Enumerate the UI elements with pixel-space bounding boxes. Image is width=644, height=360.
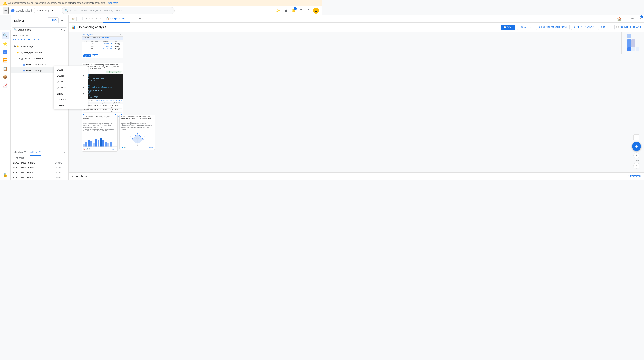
context-menu-query[interactable]: Query — [54, 79, 88, 85]
brand-name: Google Cloud — [16, 9, 32, 12]
svg-rect-10 — [102, 140, 104, 147]
svg-rect-3 — [85, 142, 87, 147]
google-cloud-logo: Google Cloud — [11, 9, 32, 13]
svg-rect-9 — [100, 138, 102, 147]
activity-item: Saved - Mike Romano 1:08 PM ⋮ — [10, 160, 68, 165]
more-button[interactable]: ⋮ — [62, 44, 67, 49]
search-all-projects-link[interactable]: SEARCH ALL PROJECTS — [10, 38, 68, 43]
bar-chart-svg — [82, 132, 118, 147]
user-avatar[interactable]: 1 — [313, 8, 319, 14]
svg-rect-6 — [93, 143, 94, 147]
rail-bigquery[interactable]: BQ — [2, 48, 9, 56]
tab-summary[interactable]: SUMMARY — [14, 149, 26, 156]
rail-search[interactable]: 🔍 — [2, 32, 9, 39]
policy-banner: ⚠️ A potential violation of our Acceptab… — [0, 0, 322, 6]
context-menu-open-in[interactable]: Open in ▶ — [54, 73, 88, 79]
star-button[interactable]: ☆ — [58, 56, 62, 61]
activity-item: Saved - Mike Romano 1:06 PM ⋮ — [10, 175, 68, 180]
canvas-card-street-trees: street_trees ✕ SCHEMA DETAILS PREVIEW tr… — [82, 33, 123, 58]
rail-monitoring[interactable]: 📈 — [2, 82, 9, 89]
activity-more-icon[interactable]: ⋮ — [64, 161, 66, 164]
tree-item-daui-storage[interactable]: ▶ ◆ daui-storage ☆ ⋮ — [10, 43, 68, 49]
rail-storage[interactable]: 📦 — [2, 73, 9, 81]
left-icon-rail: 🔍 ⭐ BQ 🔀 📋 📦 📈 🔒 — [0, 30, 10, 180]
chart-prompt: A bar chart of species at years, in a gr… — [82, 115, 118, 120]
cloud-shell-button[interactable]: 🖥 — [283, 8, 289, 14]
rail-security[interactable]: 🔒 — [2, 171, 9, 178]
more-button[interactable]: ⋮ — [62, 50, 67, 55]
global-search-bar[interactable]: 🔍 Search (/) for resources, docs, produc… — [62, 7, 175, 14]
expand-bottom-panel[interactable]: ▼ — [63, 151, 66, 154]
svg-text:avg_site_order: avg_site_order — [134, 131, 141, 132]
collapse-panel-button[interactable]: ⊢ — [59, 17, 66, 23]
query-completed-badge: ✓ Query completed — [82, 70, 123, 74]
rail-dataflow[interactable]: 🔀 — [2, 57, 9, 64]
svg-point-22 — [135, 143, 136, 143]
context-menu-copy-id[interactable]: Copy ID — [54, 97, 88, 102]
radar-actions: 📊 🔗 EDIT — [120, 146, 155, 150]
bottom-panel: SUMMARY ACTIVITY ▼ ▼ Recent Saved - Mike… — [10, 149, 68, 180]
star-button[interactable]: ☆ — [58, 44, 62, 49]
canvas-body[interactable]: street_trees ✕ SCHEMA DETAILS PREVIEW tr… — [68, 32, 322, 172]
tree-item-austin-bikeshare[interactable]: ▼ ▦ austin_bikeshare ☆ ⋮ — [10, 55, 68, 61]
tab-activity[interactable]: ACTIVITY — [30, 149, 41, 156]
activity-more-icon[interactable]: ⋮ — [64, 166, 66, 169]
chart-edit-btn[interactable]: EDIT — [111, 148, 116, 150]
context-menu-share[interactable]: Share ▶ — [54, 91, 88, 97]
canvas-card-bar-chart: A bar chart of species at years, in a gr… — [82, 115, 118, 151]
job-history-label: Job history — [75, 175, 87, 178]
star-button[interactable]: ★ — [58, 50, 62, 55]
card-subtabs: SCHEMA DETAILS PREVIEW — [82, 37, 123, 40]
tab-close-icon[interactable]: ✕ — [99, 17, 101, 20]
explorer-title: Explorer — [14, 19, 24, 22]
warning-icon: ⚠️ — [3, 1, 7, 5]
context-menu-query-in[interactable]: Query in ▶ — [54, 85, 88, 91]
project-selector[interactable]: daui-storage ▼ — [34, 8, 56, 13]
radar-edit-btn[interactable]: EDIT — [149, 147, 154, 149]
tree-label: bigquery-public-data — [20, 51, 58, 54]
activity-time: 1:07 PM — [55, 171, 62, 174]
query-results-table: Query results SAVE RESULTS ▼ EXPLORE DAT… — [82, 99, 123, 113]
explorer-search-input[interactable] — [18, 28, 60, 31]
svg-rect-13 — [110, 141, 112, 147]
context-menu-open[interactable]: Open — [54, 67, 88, 73]
context-menu-delete[interactable]: Delete — [54, 102, 88, 108]
join-card-btn[interactable]: JOIN — [92, 54, 98, 57]
query-card-btn[interactable]: QUERY — [84, 54, 91, 57]
activity-label: Saved - Mike Romano — [13, 176, 53, 179]
activity-more-icon[interactable]: ⋮ — [64, 171, 66, 174]
tab-close-icon[interactable]: ✕ — [126, 17, 128, 20]
tab-tree-analysis[interactable]: 📊 Tree anal...ata ✕ — [77, 15, 104, 23]
recent-section-header: ▼ Recent — [10, 156, 68, 160]
expand-job-history-icon[interactable]: ▲ — [72, 175, 74, 178]
tab-city-planning[interactable]: 📋 *City plan... sis ✕ — [104, 15, 130, 23]
add-tab-button[interactable]: + — [130, 16, 136, 22]
card-actions: QUERY JOIN — [82, 54, 123, 58]
radar-chart-svg: avg_site_order max_year min_year num_tre… — [120, 131, 155, 146]
more-options-button[interactable]: ⋮ — [306, 8, 312, 14]
rail-starred[interactable]: ⭐ — [2, 40, 9, 48]
gemini-button[interactable]: ✨ — [275, 8, 281, 14]
help-button[interactable]: ? — [298, 8, 304, 14]
tree-item-bigquery-public-data[interactable]: ▼ ◆ bigquery-public-data ★ ⋮ — [10, 49, 68, 55]
submenu-arrow-icon: ▶ — [82, 74, 84, 77]
chart-actions: 📊 🔗 📋 EDIT — [82, 147, 118, 151]
more-button[interactable]: ⋮ — [62, 56, 67, 61]
svg-rect-8 — [98, 140, 100, 147]
activity-more-icon[interactable]: ⋮ — [64, 176, 66, 179]
card-footer: Results per page: 50 1-1 of 19765 — [82, 50, 123, 54]
tree-toggle-icon: ▶ — [14, 45, 16, 48]
home-tab[interactable]: 🏠 — [70, 17, 76, 20]
explorer-search-box[interactable]: 🔍 ✕ ? — [12, 27, 67, 32]
activity-time: 1:08 PM — [55, 162, 62, 164]
read-more-link[interactable]: Read more — [107, 2, 118, 4]
explorer-actions: + ADD ⊢ — [48, 17, 66, 23]
add-button[interactable]: + ADD — [48, 17, 58, 23]
search-help-icon[interactable]: ? — [64, 28, 65, 31]
rail-compose[interactable]: 📋 — [2, 65, 9, 72]
tab-icon: 📊 — [79, 17, 82, 20]
hamburger-button[interactable]: ☰ — [3, 7, 9, 14]
tab-overflow-button[interactable]: ▼ — [137, 16, 143, 22]
notifications-button[interactable]: 🔔 1 — [290, 8, 296, 14]
clear-search-icon[interactable]: ✕ — [61, 28, 63, 31]
